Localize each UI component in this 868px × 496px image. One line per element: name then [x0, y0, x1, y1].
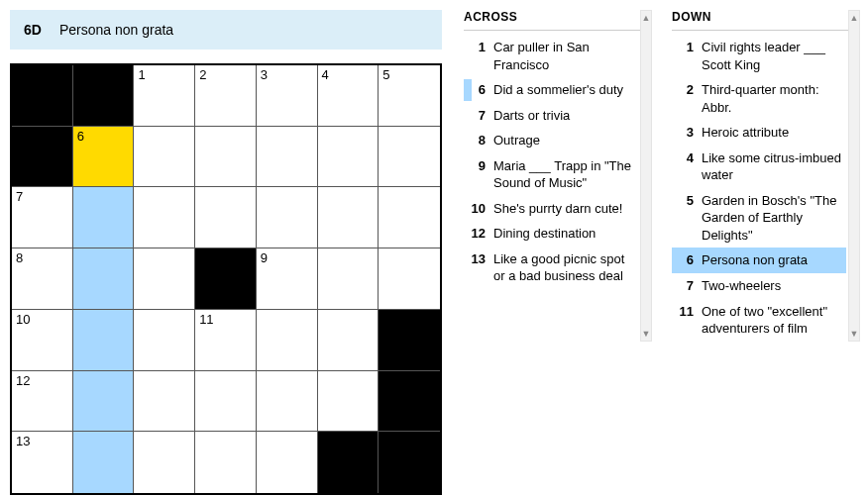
clue-row[interactable]: 5Garden in Bosch's "The Garden of Earthl…: [672, 188, 846, 248]
cell[interactable]: [318, 127, 380, 188]
across-list[interactable]: 1Car puller in San Francisco6Did a somme…: [464, 35, 652, 289]
cell[interactable]: [134, 187, 195, 248]
cell[interactable]: [257, 371, 318, 433]
cell[interactable]: [134, 432, 195, 493]
cell-number: 4: [322, 67, 329, 82]
cell-black: [318, 432, 380, 493]
cell[interactable]: 7: [12, 187, 73, 248]
cell-black: [12, 65, 73, 127]
clue-row[interactable]: 13Like a good picnic spot or a bad busin…: [464, 247, 638, 289]
down-heading: DOWN: [672, 10, 860, 31]
cell[interactable]: 9: [257, 248, 318, 310]
current-clue-bar[interactable]: 6D Persona non grata: [10, 10, 442, 50]
scrollbar-track[interactable]: ▲ ▼: [640, 10, 652, 342]
clue-row[interactable]: 6Persona non grata: [672, 248, 846, 273]
clue-text: Third-quarter month: Abbr.: [702, 81, 842, 116]
scrollbar-track[interactable]: ▲ ▼: [848, 10, 860, 342]
cell[interactable]: [134, 127, 195, 188]
cell[interactable]: [318, 187, 380, 248]
clue-text: Dining destination: [493, 225, 634, 243]
clue-number: 1: [672, 39, 694, 73]
cell[interactable]: [73, 432, 135, 493]
scroll-down-icon[interactable]: ▼: [641, 327, 651, 341]
scroll-up-icon[interactable]: ▲: [641, 11, 651, 25]
cell[interactable]: [257, 187, 318, 248]
cell[interactable]: [318, 371, 380, 433]
cell[interactable]: 12: [12, 371, 73, 433]
cell[interactable]: [195, 432, 257, 493]
clue-text: Did a sommelier's duty: [493, 81, 634, 99]
cell-black: [379, 371, 440, 433]
cell[interactable]: 3: [257, 65, 318, 127]
cell[interactable]: 5: [379, 65, 440, 127]
clue-text: One of two "excellent" adventurers of fi…: [702, 303, 842, 338]
clue-row[interactable]: 8Outrage: [464, 128, 638, 153]
cell-black: [73, 65, 135, 127]
cell[interactable]: [195, 371, 257, 433]
cell-black: [195, 248, 257, 310]
cell[interactable]: [73, 371, 135, 433]
clue-number: 7: [464, 107, 486, 125]
cell[interactable]: 11: [195, 310, 257, 371]
cell[interactable]: [195, 187, 257, 248]
clue-row[interactable]: 6Did a sommelier's duty: [464, 77, 638, 103]
across-heading: ACROSS: [464, 10, 652, 31]
clue-row[interactable]: 11One of two "excellent" adventurers of …: [672, 299, 846, 342]
cell[interactable]: 13: [12, 432, 73, 493]
cell[interactable]: [257, 310, 318, 371]
cell[interactable]: [379, 127, 440, 188]
cell[interactable]: [318, 248, 380, 310]
cell[interactable]: 4: [318, 65, 380, 127]
cell[interactable]: 1: [134, 65, 195, 127]
clue-row[interactable]: 7Two-wheelers: [672, 273, 846, 299]
clue-text: Two-wheelers: [702, 277, 842, 295]
scroll-down-icon[interactable]: ▼: [849, 327, 859, 341]
cell[interactable]: [73, 310, 135, 371]
scroll-up-icon[interactable]: ▲: [849, 11, 859, 25]
cell[interactable]: 2: [195, 65, 257, 127]
cell[interactable]: [134, 371, 195, 433]
cell-number: 7: [16, 189, 23, 204]
down-list[interactable]: 1Civil rights leader ___ Scott King2Thir…: [672, 35, 860, 342]
clue-row[interactable]: 3Heroic attribute: [672, 120, 846, 146]
clue-row[interactable]: 10She's purrty darn cute!: [464, 196, 638, 222]
clue-number: 13: [464, 250, 486, 285]
cell[interactable]: [134, 310, 195, 371]
cell-number: 10: [16, 312, 30, 327]
clue-text: Car puller in San Francisco: [493, 39, 634, 73]
cell[interactable]: [318, 310, 380, 371]
cell-number: 12: [16, 373, 30, 388]
cell-black: [12, 127, 73, 188]
clue-lists: ACROSS 1Car puller in San Francisco6Did …: [464, 10, 860, 342]
clue-row[interactable]: 9Maria ___ Trapp in "The Sound of Music": [464, 153, 638, 196]
clue-number: 5: [672, 192, 694, 245]
cell-number: 5: [382, 67, 389, 82]
cell[interactable]: 10: [12, 310, 73, 371]
cell[interactable]: [257, 432, 318, 493]
clue-number: 2: [672, 81, 694, 116]
current-clue-text: Persona non grata: [59, 22, 173, 38]
clue-number: 11: [672, 303, 694, 338]
cell[interactable]: 8: [12, 248, 73, 310]
clue-number: 8: [464, 132, 486, 149]
cell[interactable]: [73, 187, 135, 248]
clue-row[interactable]: 2Third-quarter month: Abbr.: [672, 77, 846, 120]
clue-row[interactable]: 12Dining destination: [464, 221, 638, 247]
left-panel: 6D Persona non grata 12345678910111213: [10, 10, 442, 495]
cell[interactable]: [379, 248, 440, 310]
cell[interactable]: [257, 127, 318, 188]
cell-number: 9: [261, 250, 268, 265]
clue-row[interactable]: 1Car puller in San Francisco: [464, 35, 638, 77]
clue-text: Darts or trivia: [493, 107, 634, 125]
cell[interactable]: [134, 248, 195, 310]
clue-number: 9: [464, 157, 486, 192]
cell[interactable]: [195, 127, 257, 188]
clue-row[interactable]: 1Civil rights leader ___ Scott King: [672, 35, 846, 77]
cell[interactable]: 6: [73, 127, 135, 188]
clue-number: 6: [672, 251, 694, 269]
clue-row[interactable]: 4Like some citrus-imbued water: [672, 146, 846, 188]
cell[interactable]: [379, 187, 440, 248]
cell[interactable]: [73, 248, 135, 310]
clue-row[interactable]: 7Darts or trivia: [464, 103, 638, 129]
crossword-grid[interactable]: 12345678910111213: [10, 63, 442, 495]
